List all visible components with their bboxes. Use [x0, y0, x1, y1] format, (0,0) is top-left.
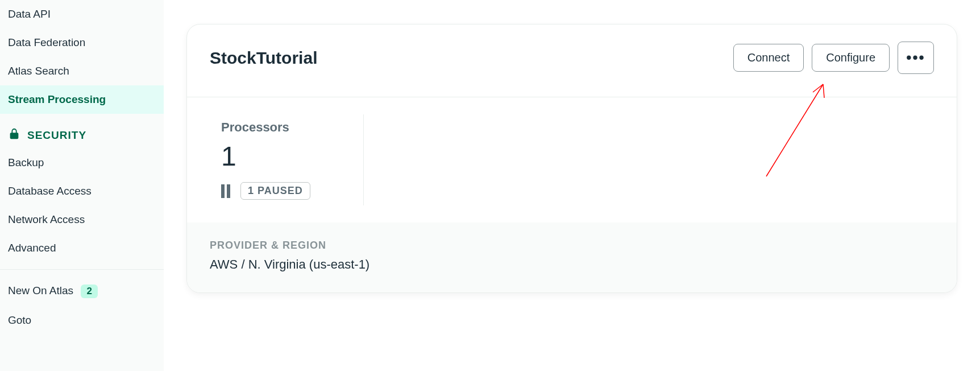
sidebar-security-label: SECURITY	[27, 129, 86, 142]
pause-icon	[221, 184, 230, 198]
stat-divider	[363, 114, 364, 205]
sidebar-item-stream-processing[interactable]: Stream Processing	[0, 85, 164, 114]
instance-card: StockTutorial Connect Configure ••• Proc…	[186, 24, 957, 293]
main-content: StockTutorial Connect Configure ••• Proc…	[164, 0, 980, 371]
lock-icon	[8, 127, 20, 143]
provider-value: AWS / N. Virginia (us-east-1)	[210, 257, 934, 272]
sidebar-section-security: SECURITY	[0, 114, 164, 149]
sidebar-item-atlas-search[interactable]: Atlas Search	[0, 57, 164, 85]
card-footer: PROVIDER & REGION AWS / N. Virginia (us-…	[187, 222, 957, 292]
more-menu-button[interactable]: •••	[898, 42, 934, 74]
sidebar-divider	[0, 269, 164, 270]
processor-status-row: 1 PAUSED	[221, 182, 310, 200]
sidebar-item-advanced[interactable]: Advanced	[0, 234, 164, 262]
processors-label: Processors	[221, 120, 310, 135]
new-on-atlas-label: New On Atlas	[8, 285, 73, 296]
sidebar-item-new-on-atlas[interactable]: New On Atlas 2	[0, 277, 164, 306]
card-body: Processors 1 1 PAUSED	[187, 97, 957, 222]
provider-label: PROVIDER & REGION	[210, 240, 934, 252]
paused-badge: 1 PAUSED	[240, 182, 310, 200]
sidebar-item-data-federation[interactable]: Data Federation	[0, 28, 164, 57]
sidebar-item-goto[interactable]: Goto	[0, 306, 164, 327]
sidebar: Data API Data Federation Atlas Search St…	[0, 0, 164, 371]
processors-stat: Processors 1 1 PAUSED	[221, 120, 344, 200]
card-actions: Connect Configure •••	[733, 42, 934, 74]
connect-button[interactable]: Connect	[733, 44, 804, 72]
configure-button[interactable]: Configure	[812, 44, 890, 72]
new-on-atlas-badge: 2	[81, 285, 97, 298]
instance-title: StockTutorial	[210, 48, 317, 68]
sidebar-item-database-access[interactable]: Database Access	[0, 177, 164, 205]
sidebar-item-data-api[interactable]: Data API	[0, 0, 164, 28]
card-header: StockTutorial Connect Configure •••	[187, 24, 957, 97]
sidebar-item-network-access[interactable]: Network Access	[0, 205, 164, 234]
processors-value: 1	[221, 141, 310, 172]
ellipsis-icon: •••	[906, 49, 925, 67]
sidebar-item-backup[interactable]: Backup	[0, 149, 164, 177]
